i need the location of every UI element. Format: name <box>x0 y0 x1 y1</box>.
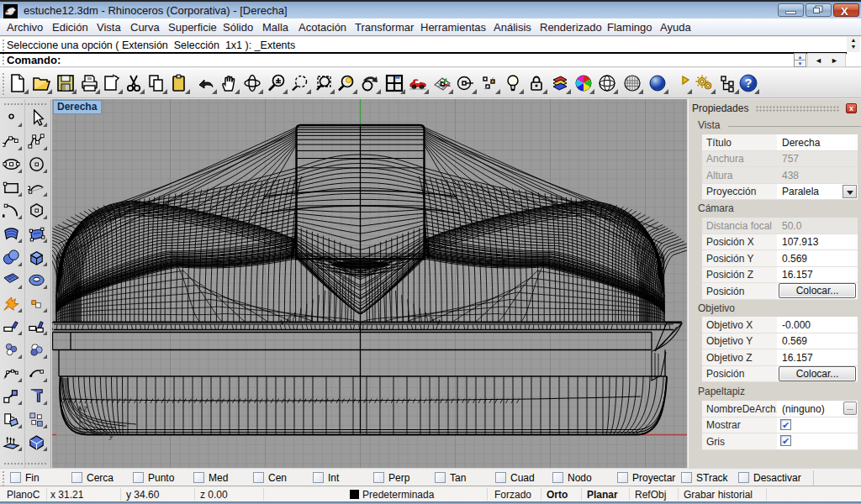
svg-text:y: y <box>108 431 114 440</box>
svg-text:?: ? <box>745 76 753 90</box>
svg-text:z: z <box>82 404 87 413</box>
